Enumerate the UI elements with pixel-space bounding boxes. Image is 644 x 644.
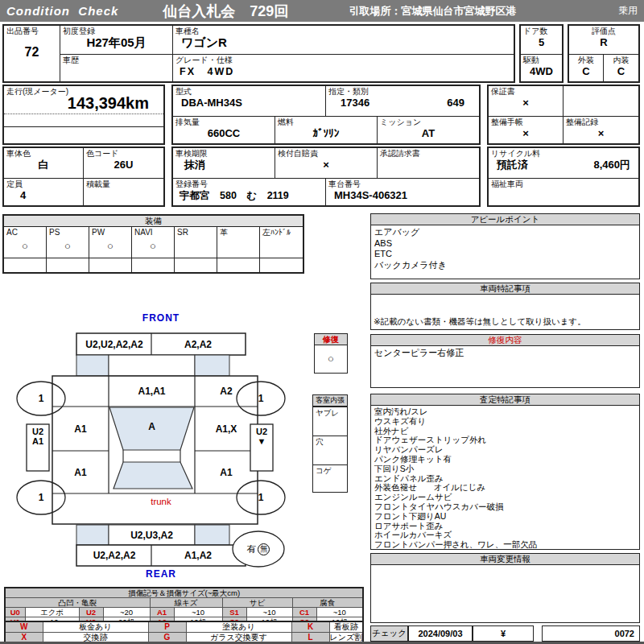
- vehicle-changes-header: 車両変更情報: [371, 554, 639, 565]
- capacity-cell: 定員 4: [4, 179, 84, 205]
- grade-score-table: 評価点 R 外装 C 内装 C: [568, 24, 640, 83]
- mileage-table: 走行(現メーター) 143,394km: [2, 85, 165, 145]
- legend-code: S1: [222, 608, 246, 617]
- designation-number: 17346: [341, 97, 369, 109]
- assessment-item: フロントタイヤハウスカバー破損: [371, 502, 639, 512]
- registration-number-cell: 登録番号 宇都宮 580 む 2119: [173, 179, 326, 205]
- model-code-label: 型式: [173, 86, 325, 97]
- check-number: 0072: [542, 625, 640, 642]
- color-code-cell: 色コード 26U: [84, 148, 163, 179]
- interior-row-label: コゲ: [313, 465, 347, 476]
- transmission-value: AT: [378, 127, 479, 140]
- designation-cell: 指定・類別 17346 649: [326, 86, 479, 117]
- maintenance-book-value: ×: [489, 127, 563, 140]
- condition-check-sheet: Condition Check 仙台入札会 729回 引取場所：宮城県仙台市宮城…: [0, 0, 644, 644]
- appeal-section: アピールポイント エアバッグ ABS ETC バックカメラ付き: [370, 213, 640, 279]
- equipment-label: SR: [175, 227, 217, 237]
- check-label: チェック: [370, 625, 408, 642]
- equipment-table: 装備 AC○ PS○ PW○ NAVI○ SR 革 左ﾊﾝﾄﾞﾙ: [2, 214, 304, 274]
- equipment-col-navi: NAVI○: [132, 227, 175, 272]
- equipment-col-pw: PW○: [89, 227, 132, 272]
- jibaiseki-cell: 検付自賠責 ×: [275, 148, 378, 179]
- appeal-header: アピールポイント: [371, 214, 639, 225]
- warranty-cell: 保証書 ×: [489, 86, 564, 117]
- equipment-label: NAVI: [132, 227, 174, 237]
- assessment-notes-header: 査定特記事項: [371, 394, 639, 406]
- assessment-item: 下回りS小: [371, 464, 639, 474]
- legend-group-corrosion: 腐食: [292, 598, 363, 608]
- legend-size: ~10: [246, 608, 292, 617]
- repair-details-header: 修復内容: [371, 335, 639, 346]
- maintenance-record-label: 整備記録: [564, 117, 638, 127]
- legend-title: 損傷記号＆損傷サイズ(~最大cm): [5, 588, 363, 598]
- wheel-front-left: 1: [17, 382, 65, 415]
- history-cell: 車歴: [60, 55, 173, 81]
- doors-value: 5: [521, 36, 562, 49]
- equipment-label: 左ﾊﾝﾄﾞﾙ: [260, 227, 303, 237]
- equipment-mark: ○: [4, 240, 46, 252]
- windshield-damage: A: [109, 407, 195, 447]
- legend-code: A1: [150, 608, 174, 617]
- color-code-label: 色コード: [84, 148, 163, 159]
- check-date: 2024/09/03: [408, 625, 473, 642]
- drive-value: 4WD: [521, 65, 562, 78]
- brand-logo: Condition Check: [0, 4, 118, 18]
- fuel-value: ｶﾞｿﾘﾝ: [275, 127, 377, 140]
- equipment-label: 革: [217, 227, 259, 237]
- spec-table: 型式 DBA-MH34S 指定・類別 17346 649 排気量 660CC 燃…: [171, 85, 481, 145]
- wheel-rear-left: 1: [17, 481, 65, 514]
- exterior-score-value: C: [569, 65, 603, 78]
- jibaiseki-label: 検付自賠責: [275, 148, 377, 159]
- chassis-number-cell: 車台番号 MH34S-406321: [326, 179, 479, 205]
- equipment-label: PS: [47, 227, 89, 237]
- registration-number-label: 登録番号: [173, 179, 325, 189]
- displacement-cell: 排気量 660CC: [173, 117, 275, 143]
- registration-number-value: 宇都宮 580 む 2119: [173, 189, 325, 202]
- legend-size: ~10: [174, 608, 222, 617]
- rear-bumper-left-damage: U2,A2,A2: [77, 545, 151, 566]
- displacement-value: 660CC: [173, 127, 275, 140]
- recycle-fee-label: リサイクル料: [489, 148, 638, 159]
- assessment-item: パンク修理キット有: [371, 455, 639, 464]
- equipment-col-leather: 革: [217, 227, 260, 272]
- lot-number-cell: 出品番号 72: [4, 26, 60, 81]
- lot-number-label: 出品番号: [4, 26, 60, 36]
- interior-lining-row-tear: ヤブレ: [313, 407, 347, 436]
- tools-yes-label: 有: [247, 543, 257, 555]
- legend-group-scratch: 線キズ: [150, 598, 222, 608]
- legend-group-dent: 凸凹・亀裂: [5, 598, 150, 608]
- legend-desc: 塗装あり: [186, 621, 291, 633]
- equipment-mark: ○: [89, 240, 131, 252]
- doors-cell: ドア数 5: [521, 26, 562, 55]
- mileage-value: 143,394km: [4, 97, 163, 109]
- capacity-value: 4: [4, 189, 83, 202]
- color-code-value: 26U: [84, 159, 163, 171]
- inspection-cell: 車検期限 抹消: [173, 148, 275, 179]
- equipment-col-ps: PS○: [47, 227, 89, 272]
- score-value: R: [569, 36, 638, 49]
- empty-cell: [564, 86, 638, 117]
- damage-codes-table: W板金あり P塗装あり K看板跡 X交換跡 Gガラス交換要す Lレンズ割れ: [4, 621, 364, 644]
- classification-number: 649: [447, 97, 464, 109]
- auction-title: 仙台入札会 729回: [118, 2, 288, 21]
- notes-footnote: ※記載のない書類・機器等は無しとして取り扱います。: [374, 316, 586, 328]
- legend-code: P: [148, 621, 186, 633]
- rear-panel-damage: U2,U3,A2: [109, 525, 195, 545]
- equipment-label: PW: [89, 227, 131, 237]
- interior-row-label: ヤブレ: [313, 407, 347, 418]
- assessment-item: ウスキズ有り: [371, 417, 639, 427]
- pickup-location: 引取場所：宮城県仙台市宮城野区港: [288, 4, 516, 19]
- equipment-header: 装備: [4, 216, 303, 227]
- legend-group-rust: サビ: [222, 598, 292, 608]
- repair-flag-box: 修復 ○: [314, 333, 348, 374]
- grade-cell: グレード・仕様 FX 4WD: [173, 55, 514, 81]
- rocker-right-damage: U2▼: [250, 424, 273, 471]
- hood-damage: A1,A1: [109, 376, 195, 407]
- chassis-number-value: MH34S-406321: [326, 189, 479, 202]
- welfare-label: 福祉車両: [489, 179, 638, 189]
- jibaiseki-value: ×: [275, 159, 377, 171]
- capacity-label: 定員: [4, 179, 83, 189]
- vehicle-changes-section: 車両変更情報: [370, 553, 640, 623]
- recycle-status: 預託済: [497, 159, 528, 171]
- maintenance-book-cell: 整備手帳 ×: [489, 117, 564, 143]
